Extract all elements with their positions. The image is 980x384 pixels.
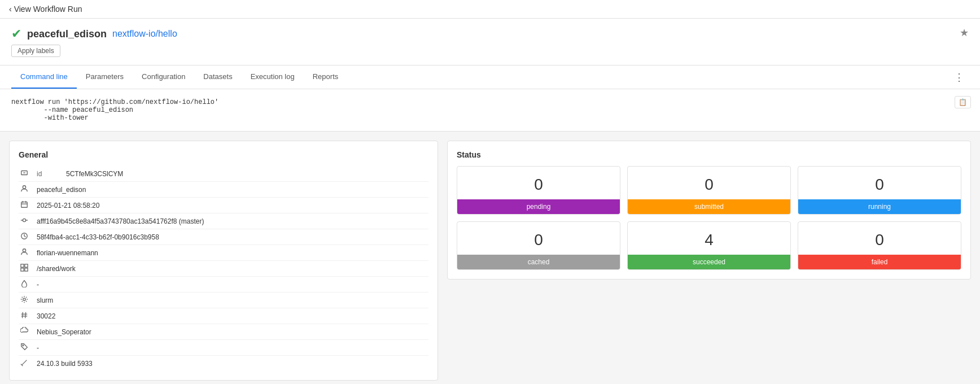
info-value-9: 30022 bbox=[37, 312, 55, 320]
apply-labels-button[interactable]: Apply labels bbox=[11, 45, 60, 57]
run-name: peaceful_edison bbox=[27, 28, 107, 40]
tab-parameters[interactable]: Parameters bbox=[77, 66, 133, 89]
run-title-row: ✔ peaceful_edison nextflow-io/hello bbox=[11, 27, 177, 41]
clock-icon bbox=[19, 232, 30, 242]
status-label-cached: cached bbox=[457, 255, 620, 269]
tool-icon bbox=[19, 359, 30, 368]
status-card-failed[interactable]: 0failed bbox=[798, 221, 961, 270]
status-label-pending: pending bbox=[457, 199, 620, 214]
info-value-3: afff16a9b45c8e8a4f5a3743780ac13a541762f8… bbox=[37, 217, 204, 225]
tabs-container: Command line Parameters Configuration Da… bbox=[11, 66, 347, 89]
svg-point-13 bbox=[23, 249, 25, 252]
status-card-submitted[interactable]: 0submitted bbox=[627, 166, 791, 215]
status-count-pending: 0 bbox=[457, 167, 620, 199]
star-button[interactable]: ★ bbox=[960, 27, 969, 39]
info-value-0: 5CTfeMk3CSlCYM bbox=[66, 170, 123, 178]
status-count-submitted: 0 bbox=[628, 167, 790, 199]
command-text: nextflow run 'https://github.com/nextflo… bbox=[11, 98, 969, 122]
info-value-8: slurm bbox=[37, 296, 53, 304]
info-row: 58f4fba4-acc1-4c33-b62f-0b9016c3b958 bbox=[19, 229, 428, 245]
info-row: /shared/work bbox=[19, 261, 428, 277]
info-value-6: /shared/work bbox=[37, 265, 76, 273]
cloud-icon bbox=[19, 327, 30, 337]
info-row: 30022 bbox=[19, 308, 428, 324]
status-label-failed: failed bbox=[798, 255, 961, 269]
info-row: 24.10.3 build 5933 bbox=[19, 356, 428, 371]
status-count-succeeded: 4 bbox=[628, 222, 790, 255]
svg-line-19 bbox=[23, 312, 23, 318]
status-label-running: running bbox=[798, 199, 961, 214]
commit-icon bbox=[19, 216, 30, 226]
info-row: afff16a9b45c8e8a4f5a3743780ac13a541762f8… bbox=[19, 213, 428, 229]
tabs-bar: Command line Parameters Configuration Da… bbox=[0, 66, 980, 89]
status-count-cached: 0 bbox=[457, 222, 620, 255]
tab-reports[interactable]: Reports bbox=[304, 66, 348, 89]
person-icon bbox=[19, 248, 30, 258]
info-value-5: florian-wuennemann bbox=[37, 249, 98, 257]
info-value-2: 2025-01-21 08:58:20 bbox=[37, 202, 99, 210]
status-panel-title: Status bbox=[457, 150, 961, 159]
copy-button[interactable]: 📋 bbox=[955, 96, 971, 108]
info-row: - bbox=[19, 277, 428, 293]
info-value-11: - bbox=[37, 344, 39, 352]
tag-icon bbox=[19, 343, 30, 352]
more-options-button[interactable]: ⋮ bbox=[950, 67, 969, 88]
general-panel-title: General bbox=[19, 150, 428, 159]
status-count-running: 0 bbox=[798, 167, 961, 199]
top-bar: ‹ View Workflow Run bbox=[0, 0, 980, 19]
tab-configuration[interactable]: Configuration bbox=[133, 66, 194, 89]
status-card-running[interactable]: 0running bbox=[798, 166, 961, 215]
run-title: ✔ peaceful_edison nextflow-io/hello Appl… bbox=[11, 27, 177, 57]
svg-rect-17 bbox=[25, 268, 28, 271]
run-link[interactable]: nextflow-io/hello bbox=[112, 29, 177, 39]
status-count-failed: 0 bbox=[798, 222, 961, 255]
svg-point-23 bbox=[23, 345, 24, 346]
info-row: 2025-01-21 08:58:20 bbox=[19, 198, 428, 213]
success-icon: ✔ bbox=[11, 27, 21, 41]
back-button[interactable]: ‹ View Workflow Run bbox=[9, 5, 82, 14]
status-card-cached[interactable]: 0cached bbox=[457, 221, 620, 270]
info-value-7: - bbox=[37, 281, 39, 289]
status-card-succeeded[interactable]: 4succeeded bbox=[627, 221, 791, 270]
svg-point-18 bbox=[23, 298, 25, 300]
tab-datasets[interactable]: Datasets bbox=[194, 66, 241, 89]
gear-icon bbox=[19, 295, 30, 305]
tab-execution-log[interactable]: Execution log bbox=[242, 66, 304, 89]
calendar-icon bbox=[19, 200, 30, 210]
svg-rect-3 bbox=[21, 202, 28, 208]
user-icon bbox=[19, 185, 30, 194]
info-row: Nebius_Soperator bbox=[19, 324, 428, 340]
status-panel: Status 0pending0submitted0running0cached… bbox=[447, 141, 971, 280]
back-icon: ‹ bbox=[9, 5, 12, 14]
status-label-submitted: submitted bbox=[628, 199, 790, 214]
id-icon bbox=[19, 169, 30, 178]
info-row: florian-wuennemann bbox=[19, 245, 428, 261]
svg-rect-15 bbox=[25, 264, 28, 267]
command-code-block: nextflow run 'https://github.com/nextflo… bbox=[0, 89, 980, 132]
info-key-0: id bbox=[37, 170, 59, 178]
general-panel: General id5CTfeMk3CSlCYMpeaceful_edison2… bbox=[9, 141, 438, 381]
svg-line-20 bbox=[25, 312, 26, 318]
back-label: View Workflow Run bbox=[14, 5, 82, 14]
info-value-10: Nebius_Soperator bbox=[37, 328, 91, 336]
info-value-4: 58f4fba4-acc1-4c33-b62f-0b9016c3b958 bbox=[37, 233, 159, 241]
status-grid: 0pending0submitted0running0cached4succee… bbox=[457, 166, 961, 270]
info-row: - bbox=[19, 340, 428, 356]
status-card-pending[interactable]: 0pending bbox=[457, 166, 620, 215]
info-row: id5CTfeMk3CSlCYM bbox=[19, 166, 428, 182]
info-value-1: peaceful_edison bbox=[37, 186, 86, 194]
info-value-12: 24.10.3 build 5933 bbox=[37, 360, 93, 368]
hash-icon bbox=[19, 311, 30, 321]
page-header: ✔ peaceful_edison nextflow-io/hello Appl… bbox=[0, 19, 980, 66]
status-label-succeeded: succeeded bbox=[628, 255, 790, 269]
grid-icon bbox=[19, 264, 30, 273]
main-content: General id5CTfeMk3CSlCYMpeaceful_edison2… bbox=[0, 132, 980, 384]
drop-icon bbox=[19, 280, 30, 289]
info-row: slurm bbox=[19, 293, 428, 308]
tab-command-line[interactable]: Command line bbox=[11, 66, 77, 89]
svg-line-24 bbox=[22, 360, 27, 365]
svg-rect-16 bbox=[21, 268, 24, 271]
svg-point-2 bbox=[23, 186, 25, 189]
general-info-list: id5CTfeMk3CSlCYMpeaceful_edison2025-01-2… bbox=[19, 166, 428, 371]
info-row: peaceful_edison bbox=[19, 182, 428, 198]
